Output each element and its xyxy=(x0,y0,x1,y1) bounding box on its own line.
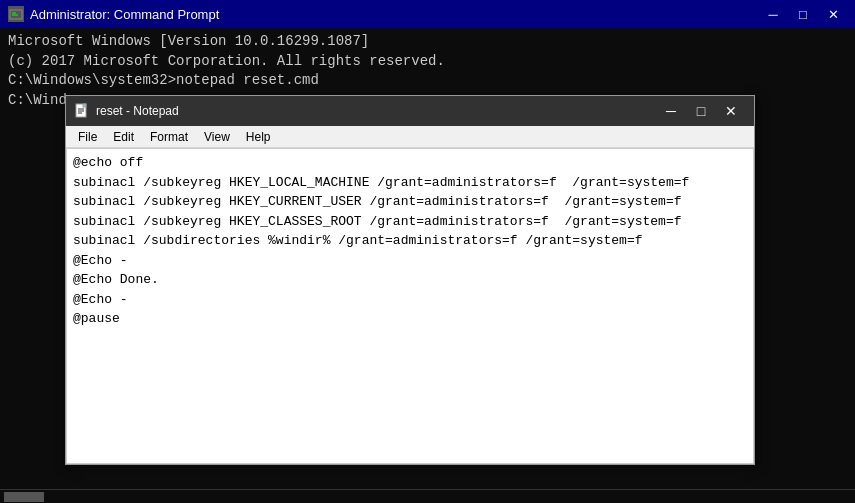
notepad-text-area-container[interactable] xyxy=(66,148,754,464)
notepad-controls: ─ □ ✕ xyxy=(656,100,746,122)
notepad-window: reset - Notepad ─ □ ✕ File Edit Format V… xyxy=(65,95,755,465)
cmd-line-2: (c) 2017 Microsoft Corporation. All righ… xyxy=(8,52,847,72)
notepad-maximize-button[interactable]: □ xyxy=(686,100,716,122)
cmd-hscroll-thumb[interactable] xyxy=(4,492,44,502)
notepad-title-text: reset - Notepad xyxy=(96,104,179,118)
notepad-close-button[interactable]: ✕ xyxy=(716,100,746,122)
notepad-minimize-button[interactable]: ─ xyxy=(656,100,686,122)
notepad-titlebar: reset - Notepad ─ □ ✕ xyxy=(66,96,754,126)
cmd-close-button[interactable]: ✕ xyxy=(819,4,847,24)
menu-format[interactable]: Format xyxy=(142,128,196,146)
menu-edit[interactable]: Edit xyxy=(105,128,142,146)
cmd-line-1: Microsoft Windows [Version 10.0.16299.10… xyxy=(8,32,847,52)
svg-rect-4 xyxy=(83,104,86,107)
cmd-icon xyxy=(8,6,24,22)
cmd-scrollbar[interactable] xyxy=(0,489,855,503)
cmd-line-4: C:\Windows\system32>notepad reset.cmd xyxy=(8,71,847,91)
cmd-titlebar: Administrator: Command Prompt ─ □ ✕ xyxy=(0,0,855,28)
notepad-app-icon xyxy=(74,103,90,119)
notepad-titlebar-left: reset - Notepad xyxy=(74,103,179,119)
cmd-titlebar-left: Administrator: Command Prompt xyxy=(8,6,219,22)
notepad-menubar: File Edit Format View Help xyxy=(66,126,754,148)
cmd-titlebar-controls: ─ □ ✕ xyxy=(759,4,847,24)
menu-file[interactable]: File xyxy=(70,128,105,146)
cmd-minimize-button[interactable]: ─ xyxy=(759,4,787,24)
cmd-title-text: Administrator: Command Prompt xyxy=(30,7,219,22)
notepad-text-editor[interactable] xyxy=(67,149,753,463)
cmd-maximize-button[interactable]: □ xyxy=(789,4,817,24)
menu-view[interactable]: View xyxy=(196,128,238,146)
menu-help[interactable]: Help xyxy=(238,128,279,146)
